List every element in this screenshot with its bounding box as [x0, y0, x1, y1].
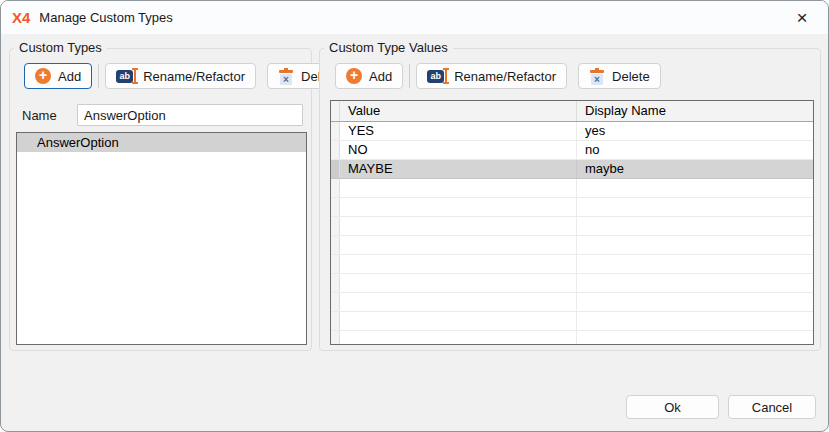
- values-table-header: Value Display Name: [331, 101, 813, 122]
- cell-display-name[interactable]: [577, 198, 813, 216]
- cancel-button[interactable]: Cancel: [728, 395, 816, 419]
- add-type-button[interactable]: Add: [24, 63, 92, 89]
- row-header-cell[interactable]: [331, 331, 340, 345]
- toolbar-separator: [98, 64, 99, 88]
- cell-display-name[interactable]: [577, 179, 813, 197]
- table-row-empty[interactable]: [331, 293, 813, 312]
- cell-display-name[interactable]: [577, 274, 813, 292]
- table-row-empty[interactable]: [331, 179, 813, 198]
- cell-value[interactable]: [340, 198, 577, 216]
- cell-value[interactable]: [340, 217, 577, 235]
- close-icon[interactable]: ×: [789, 5, 815, 31]
- row-header-cell[interactable]: [331, 236, 340, 254]
- row-header-cell[interactable]: [331, 217, 340, 235]
- custom-type-values-group-label: Custom Type Values: [324, 40, 453, 55]
- rename-value-label: Rename/Refactor: [454, 69, 556, 84]
- cell-display-name[interactable]: maybe: [577, 160, 813, 178]
- rename-value-button[interactable]: ab Rename/Refactor: [416, 63, 567, 89]
- row-header-cell[interactable]: [331, 293, 340, 311]
- rename-icon: ab: [427, 68, 447, 84]
- cell-value[interactable]: [340, 331, 577, 345]
- values-table: Value Display Name YESyesNOnoMAYBEmaybe: [330, 100, 814, 345]
- rename-type-label: Rename/Refactor: [143, 69, 245, 84]
- type-name-input[interactable]: [77, 104, 303, 126]
- table-row[interactable]: NOno: [331, 141, 813, 160]
- add-value-button[interactable]: Add: [335, 63, 403, 89]
- custom-types-list[interactable]: AnswerOption: [16, 132, 307, 345]
- cell-display-name[interactable]: yes: [577, 122, 813, 140]
- cell-display-name[interactable]: [577, 293, 813, 311]
- cell-display-name[interactable]: [577, 236, 813, 254]
- cell-value[interactable]: YES: [340, 122, 577, 140]
- custom-types-groupbox: Custom Types Add ab Rename/Refactor × De…: [9, 48, 312, 351]
- table-row-empty[interactable]: [331, 274, 813, 293]
- row-header-cell[interactable]: [331, 274, 340, 292]
- column-header-display-name[interactable]: Display Name: [577, 101, 813, 121]
- row-header-cell[interactable]: [331, 179, 340, 197]
- delete-icon: ×: [589, 68, 605, 85]
- add-icon: [35, 68, 51, 84]
- cell-value[interactable]: [340, 236, 577, 254]
- list-item[interactable]: AnswerOption: [17, 133, 306, 152]
- table-row-empty[interactable]: [331, 217, 813, 236]
- cell-value[interactable]: [340, 293, 577, 311]
- table-row-empty[interactable]: [331, 331, 813, 345]
- ok-button[interactable]: Ok: [626, 395, 719, 419]
- row-header-cell[interactable]: [331, 122, 340, 140]
- cell-display-name[interactable]: [577, 255, 813, 273]
- cell-value[interactable]: MAYBE: [340, 160, 577, 178]
- cell-value[interactable]: NO: [340, 141, 577, 159]
- cell-value[interactable]: [340, 274, 577, 292]
- table-row-empty[interactable]: [331, 255, 813, 274]
- table-row[interactable]: MAYBEmaybe: [331, 160, 813, 179]
- row-header-cell[interactable]: [331, 198, 340, 216]
- row-header-cell[interactable]: [331, 312, 340, 330]
- titlebar: X4 Manage Custom Types ×: [1, 1, 828, 34]
- custom-types-group-label: Custom Types: [14, 40, 107, 55]
- row-header-cell[interactable]: [331, 255, 340, 273]
- cell-display-name[interactable]: no: [577, 141, 813, 159]
- name-label: Name: [22, 108, 57, 123]
- manage-custom-types-dialog: X4 Manage Custom Types × Custom Types Ad…: [0, 0, 829, 432]
- custom-type-values-groupbox: Custom Type Values Add ab Rename/Refacto…: [319, 48, 821, 351]
- rename-type-button[interactable]: ab Rename/Refactor: [105, 63, 256, 89]
- rename-icon: ab: [116, 68, 136, 84]
- delete-icon: ×: [278, 68, 294, 85]
- row-header-cell[interactable]: [331, 141, 340, 159]
- cell-display-name[interactable]: [577, 331, 813, 345]
- row-header-cell[interactable]: [331, 160, 340, 178]
- app-logo: X4: [12, 9, 30, 26]
- table-row-empty[interactable]: [331, 198, 813, 217]
- table-row[interactable]: YESyes: [331, 122, 813, 141]
- cell-display-name[interactable]: [577, 217, 813, 235]
- cell-value[interactable]: [340, 255, 577, 273]
- delete-value-label: Delete: [612, 69, 650, 84]
- row-header-corner: [331, 101, 340, 121]
- column-header-value[interactable]: Value: [340, 101, 577, 121]
- cell-display-name[interactable]: [577, 312, 813, 330]
- table-row-empty[interactable]: [331, 236, 813, 255]
- custom-types-toolbar: Add ab Rename/Refactor × Delete: [24, 63, 350, 89]
- cell-value[interactable]: [340, 312, 577, 330]
- toolbar-separator: [409, 64, 410, 88]
- add-value-label: Add: [369, 69, 392, 84]
- window-title: Manage Custom Types: [39, 10, 172, 25]
- cell-value[interactable]: [340, 179, 577, 197]
- add-type-label: Add: [58, 69, 81, 84]
- custom-type-values-toolbar: Add ab Rename/Refactor × Delete: [335, 63, 661, 89]
- add-icon: [346, 68, 362, 84]
- table-row-empty[interactable]: [331, 312, 813, 331]
- values-table-body: YESyesNOnoMAYBEmaybe: [331, 122, 813, 345]
- delete-value-button[interactable]: × Delete: [578, 63, 661, 89]
